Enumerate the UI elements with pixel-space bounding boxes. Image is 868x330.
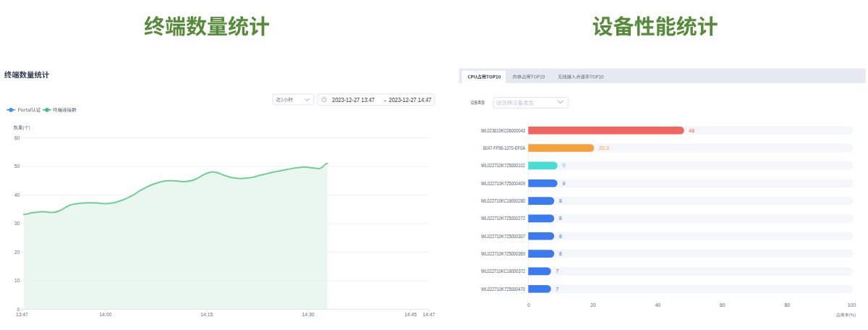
svg-text:8: 8 [559,233,562,240]
svg-text:7: 7 [556,268,558,274]
svg-text:40: 40 [14,192,20,198]
svg-text:48: 48 [689,127,694,134]
svg-text:14:45: 14:45 [404,312,417,317]
svg-text:8: 8 [559,250,562,257]
svg-text:0: 0 [527,302,530,308]
svg-text:60: 60 [720,302,726,308]
svg-text:60: 60 [14,135,20,140]
svg-text:13:47: 13:47 [16,312,28,317]
svg-text:6047-FF96-1070-EF0A: 6047-FF96-1070-EF0A [483,145,525,151]
svg-text:8: 8 [559,198,562,204]
svg-text:20.3: 20.3 [599,145,609,151]
svg-text:20: 20 [14,250,20,255]
svg-text:50: 50 [14,164,20,169]
svg-text:20: 20 [590,302,596,308]
svg-text:9: 9 [562,162,565,169]
svg-text:80: 80 [784,302,790,308]
svg-text:2023-12-27 14:47: 2023-12-27 14:47 [389,96,432,103]
svg-text:2023-12-27 13:47: 2023-12-27 13:47 [332,96,375,103]
svg-text:WL022710K725000409: WL022710K725000409 [481,180,525,187]
svg-text:14:30: 14:30 [302,312,315,317]
svg-text:14:47: 14:47 [422,312,435,317]
svg-text:7: 7 [556,286,558,292]
svg-text:10: 10 [14,278,20,283]
svg-text:40: 40 [655,302,661,308]
svg-text:WL022710KC18000372: WL022710KC18000372 [481,268,525,274]
svg-text:WL022710K725000102: WL022710K725000102 [481,162,525,169]
svg-text:WL022710K725000307: WL022710K725000307 [481,233,525,240]
svg-text:100: 100 [848,302,856,308]
svg-text:WL022710K725000470: WL022710K725000470 [481,286,525,292]
svg-text:WL022710K725000272: WL022710K725000272 [481,215,525,221]
svg-text:9: 9 [562,180,565,187]
svg-text:30: 30 [14,221,20,226]
svg-text:WL022710K725000369: WL022710K725000369 [481,250,525,257]
svg-text:14:00: 14:00 [99,312,111,317]
svg-text:WL022710KC18000280: WL022710KC18000280 [481,198,525,204]
svg-text:14:15: 14:15 [200,312,213,317]
svg-text:WL023610KC06000043: WL023610KC06000043 [481,127,525,134]
svg-text:8: 8 [559,215,562,221]
svg-text:-: - [384,97,386,104]
